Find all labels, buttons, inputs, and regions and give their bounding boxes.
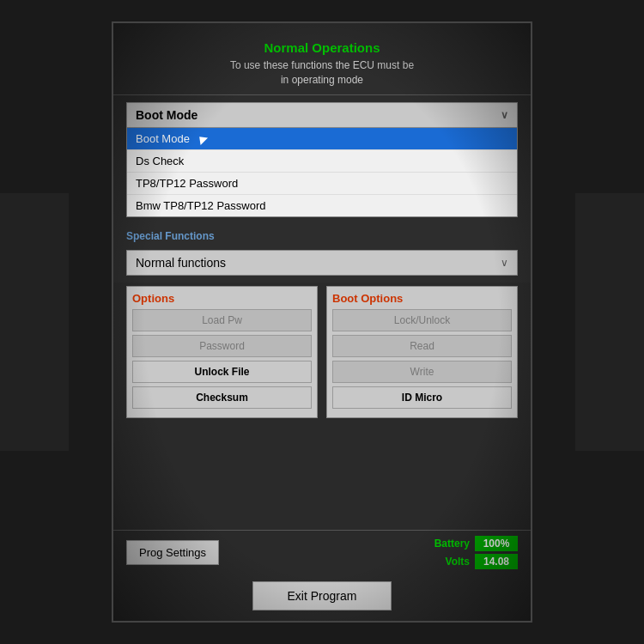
right-panel [575,193,644,451]
options-panel: Options Load Pw Password Unlock File Che… [126,286,318,418]
id-micro-button[interactable]: ID Micro [332,386,512,409]
volts-label: Volts [446,556,470,568]
read-button[interactable]: Read [332,335,512,357]
lock-unlock-button[interactable]: Lock/Unlock [332,309,512,331]
boot-mode-item-0[interactable]: Boot Mode [127,128,517,150]
options-row: Options Load Pw Password Unlock File Che… [126,286,518,418]
boot-mode-section: Boot Mode ∨ Boot Mode Ds Check TP8/TP12 … [113,95,531,224]
boot-mode-label: Boot Mode [136,108,197,122]
main-screen: Normal Operations To use these functions… [112,21,532,623]
boot-mode-menu: Boot Mode Ds Check TP8/TP12 Password Bmw… [126,128,518,217]
item-label: Bmw TP8/TP12 Password [136,199,265,212]
subtitle-line2: in operating mode [281,74,363,86]
special-fn-label: Special Functions [126,230,215,242]
exit-program-button[interactable]: Exit Program [252,581,392,611]
prog-settings-button[interactable]: Prog Settings [126,540,219,565]
boot-mode-item-2[interactable]: TP8/TP12 Password [127,173,517,195]
left-panel [0,193,69,451]
normal-functions-label: Normal functions [136,256,226,270]
subtitle: To use these functions the ECU must be i… [126,58,518,88]
normal-fn-arrow-icon: ∨ [501,257,508,269]
boot-options-panel: Boot Options Lock/Unlock Read Write ID M… [326,286,518,418]
boot-mode-item-3[interactable]: Bmw TP8/TP12 Password [127,195,517,216]
password-button[interactable]: Password [132,335,312,357]
battery-volts-section: Battery 100% Volts 14.08 [434,536,518,569]
options-panel-title: Options [132,292,312,305]
volts-value: 14.08 [475,554,518,569]
normal-functions-dropdown[interactable]: Normal functions ∨ [126,250,518,276]
special-functions-section: Special Functions [113,224,531,246]
normal-ops-section: Normal Operations To use these functions… [113,32,531,95]
load-pw-button[interactable]: Load Pw [132,309,312,331]
cursor-icon [195,133,207,145]
normal-functions-section: Normal functions ∨ [113,246,531,283]
dropdown-arrow-icon: ∨ [501,109,508,121]
item-label: Boot Mode [136,132,190,145]
boot-mode-item-1[interactable]: Ds Check [127,150,517,173]
bottom-bar: Prog Settings Battery 100% Volts 14.08 [113,530,531,574]
write-button[interactable]: Write [332,361,512,383]
unlock-file-button[interactable]: Unlock File [132,361,312,383]
subtitle-line1: To use these functions the ECU must be [230,59,414,71]
exit-section: Exit Program [113,574,531,621]
boot-mode-dropdown[interactable]: Boot Mode ∨ [126,102,518,128]
battery-label: Battery [434,538,470,550]
item-label: Ds Check [136,155,184,167]
boot-options-panel-title: Boot Options [332,292,512,305]
battery-value: 100% [475,536,518,551]
normal-ops-title: Normal Operations [126,40,518,55]
item-label: TP8/TP12 Password [136,177,238,190]
volts-row: Volts 14.08 [446,554,518,569]
battery-row: Battery 100% [434,536,518,551]
checksum-button[interactable]: Checksum [132,386,312,409]
